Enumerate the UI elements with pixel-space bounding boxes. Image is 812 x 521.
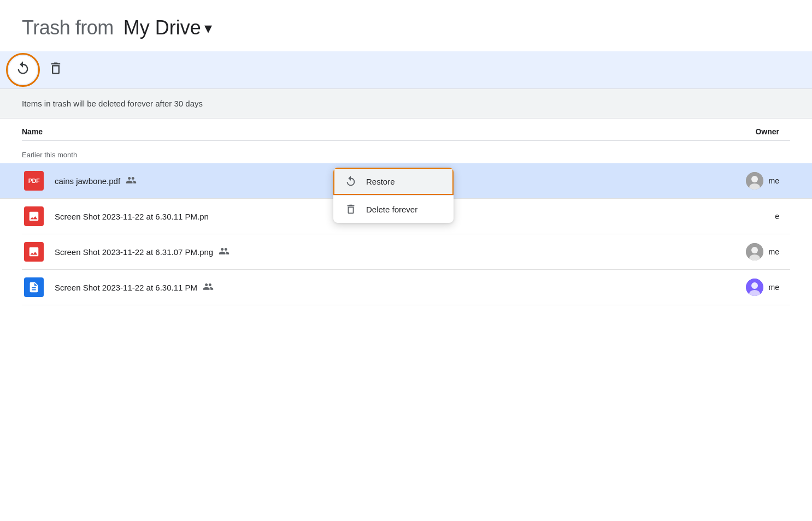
name-column-header: Name bbox=[22, 127, 703, 136]
info-banner: Items in trash will be deleted forever a… bbox=[0, 89, 812, 119]
owner-label: me bbox=[769, 176, 779, 185]
avatar bbox=[746, 279, 763, 296]
file-owner: e bbox=[703, 212, 790, 221]
column-headers: Name Owner bbox=[22, 119, 790, 141]
section-label-earlier-this-month: Earlier this month bbox=[22, 141, 790, 163]
drive-label: My Drive bbox=[123, 16, 201, 39]
banner-text: Items in trash will be deleted forever a… bbox=[22, 99, 203, 108]
delete-forever-icon bbox=[48, 61, 63, 80]
doc-icon bbox=[24, 277, 44, 297]
restore-menu-item[interactable]: Restore bbox=[333, 168, 454, 195]
svg-point-7 bbox=[751, 282, 758, 289]
file-icon: PDF bbox=[22, 169, 46, 193]
file-name-text: Screen Shot 2023-11-22 at 6.31.07 PM.png bbox=[55, 247, 213, 257]
restore-toolbar-button[interactable] bbox=[9, 56, 37, 84]
file-owner: me bbox=[703, 243, 790, 260]
shared-icon bbox=[219, 247, 230, 257]
chevron-down-icon: ▾ bbox=[204, 19, 212, 37]
trash-prefix-label: Trash from bbox=[22, 16, 114, 39]
file-icon bbox=[22, 240, 46, 264]
page-header: Trash from My Drive ▾ bbox=[0, 0, 812, 51]
delete-forever-menu-item[interactable]: Delete forever bbox=[333, 196, 454, 223]
delete-forever-menu-icon bbox=[344, 203, 357, 215]
context-menu: Restore Delete forever bbox=[333, 168, 454, 223]
owner-label: me bbox=[769, 283, 779, 292]
avatar bbox=[746, 243, 763, 260]
restore-menu-label: Restore bbox=[366, 177, 395, 186]
pdf-icon: PDF bbox=[24, 171, 44, 191]
file-name: Screen Shot 2023-11-22 at 6.30.11 PM bbox=[55, 282, 703, 292]
table-row[interactable]: PDF cains jawbone.pdf me bbox=[0, 163, 812, 199]
image-icon bbox=[24, 242, 44, 262]
svg-point-4 bbox=[751, 247, 758, 253]
delete-forever-toolbar-button[interactable] bbox=[42, 56, 70, 84]
shared-icon bbox=[203, 282, 214, 292]
file-name-text: Screen Shot 2023-11-22 at 6.30.11 PM bbox=[55, 283, 197, 292]
owner-column-header: Owner bbox=[703, 127, 790, 136]
avatar bbox=[746, 172, 763, 190]
owner-label: me bbox=[769, 247, 779, 256]
file-icon bbox=[22, 275, 46, 299]
file-owner: me bbox=[703, 172, 790, 190]
shared-icon bbox=[126, 176, 137, 186]
restore-icon bbox=[15, 61, 31, 80]
owner-label: e bbox=[775, 212, 779, 221]
restore-menu-icon bbox=[344, 175, 357, 187]
file-name-text: cains jawbone.pdf bbox=[55, 176, 120, 186]
file-name-text: Screen Shot 2023-11-22 at 6.30.11 PM.pn bbox=[55, 212, 209, 221]
file-owner: me bbox=[703, 279, 790, 296]
table-row[interactable]: Screen Shot 2023-11-22 at 6.31.07 PM.png… bbox=[22, 234, 790, 270]
file-list: Name Owner Earlier this month PDF cains … bbox=[0, 119, 812, 305]
delete-forever-menu-label: Delete forever bbox=[366, 205, 417, 214]
toolbar bbox=[0, 51, 812, 89]
file-name: Screen Shot 2023-11-22 at 6.31.07 PM.png bbox=[55, 247, 703, 257]
svg-point-1 bbox=[751, 176, 758, 182]
drive-selector-button[interactable]: My Drive ▾ bbox=[120, 15, 215, 40]
image-icon bbox=[24, 206, 44, 226]
file-icon bbox=[22, 204, 46, 228]
table-row[interactable]: Screen Shot 2023-11-22 at 6.30.11 PM me bbox=[22, 270, 790, 305]
